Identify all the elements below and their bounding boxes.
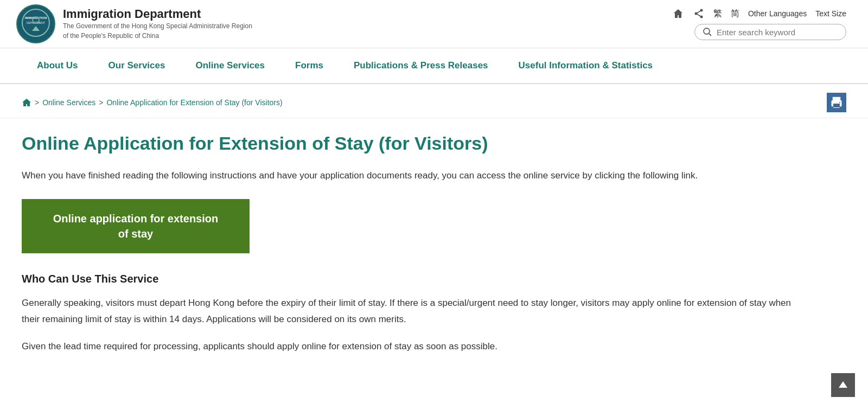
breadcrumb-home-icon[interactable] xyxy=(22,98,31,107)
svg-point-17 xyxy=(839,102,840,103)
nav-item-online-services[interactable]: Online Services xyxy=(180,48,280,83)
breadcrumb-online-services[interactable]: Online Services xyxy=(42,98,95,107)
section1-para2: Given the lead time required for process… xyxy=(22,338,808,355)
department-logo: IMMIGRATION DEPARTMENT xyxy=(16,4,55,43)
breadcrumb-bar: > Online Services > Online Application f… xyxy=(0,84,868,118)
logo-emblem: IMMIGRATION DEPARTMENT xyxy=(21,8,50,40)
breadcrumb: > Online Services > Online Application f… xyxy=(22,98,283,107)
main-content: Online Application for Extension of Stay… xyxy=(0,118,841,387)
nav-item-forms[interactable]: Forms xyxy=(280,48,339,83)
search-bar xyxy=(694,24,846,40)
logo-area: IMMIGRATION DEPARTMENT Immigration Depar… xyxy=(16,4,252,43)
svg-line-8 xyxy=(696,10,701,14)
search-icon xyxy=(703,27,712,37)
nav-link-online-services[interactable]: Online Services xyxy=(180,48,280,83)
nav-link-about-us[interactable]: About Us xyxy=(22,48,93,83)
page-title: Online Application for Extension of Stay… xyxy=(22,131,819,155)
top-links-bar: 繁 简 Other Languages Text Size xyxy=(672,8,846,20)
svg-marker-18 xyxy=(839,381,847,387)
header: IMMIGRATION DEPARTMENT Immigration Depar… xyxy=(0,0,868,48)
share-icon[interactable] xyxy=(693,8,705,20)
main-nav: About Us Our Services Online Services Fo… xyxy=(0,48,868,84)
dept-name: Immigration Department xyxy=(63,7,252,21)
svg-line-11 xyxy=(709,34,712,36)
nav-item-publications[interactable]: Publications & Press Releases xyxy=(339,48,503,83)
breadcrumb-sep1: > xyxy=(35,98,39,107)
search-input[interactable] xyxy=(717,28,838,37)
other-languages-link[interactable]: Other Languages xyxy=(748,9,807,18)
nav-item-our-services[interactable]: Our Services xyxy=(93,48,181,83)
govt-line2: of the People's Republic of China xyxy=(63,31,252,41)
section1-para1: Generally speaking, visitors must depart… xyxy=(22,295,808,328)
breadcrumb-sep2: > xyxy=(99,98,103,107)
home-icon[interactable] xyxy=(672,8,684,20)
simp-chinese-btn[interactable]: 简 xyxy=(731,8,739,20)
svg-rect-16 xyxy=(833,104,840,107)
svg-point-10 xyxy=(704,28,710,34)
nav-link-useful-info[interactable]: Useful Information & Statistics xyxy=(503,48,668,83)
svg-text:DEPARTMENT: DEPARTMENT xyxy=(27,21,45,24)
svg-line-9 xyxy=(696,14,701,17)
nav-link-publications[interactable]: Publications & Press Releases xyxy=(339,48,503,83)
nav-link-forms[interactable]: Forms xyxy=(280,48,339,83)
nav-link-our-services[interactable]: Our Services xyxy=(93,48,181,83)
trad-chinese-btn[interactable]: 繁 xyxy=(713,8,722,20)
breadcrumb-current: Online Application for Extension of Stay… xyxy=(106,98,282,107)
top-right-area: 繁 简 Other Languages Text Size xyxy=(672,8,846,40)
text-size-link[interactable]: Text Size xyxy=(815,9,846,18)
scroll-to-top-button[interactable] xyxy=(831,373,855,387)
govt-line1: The Government of the Hong Kong Special … xyxy=(63,21,252,31)
print-button[interactable] xyxy=(827,93,846,112)
nav-item-about-us[interactable]: About Us xyxy=(22,48,93,83)
apply-button[interactable]: Online application for extensionof stay xyxy=(22,199,250,253)
nav-item-useful-info[interactable]: Useful Information & Statistics xyxy=(503,48,668,83)
logo-text: Immigration Department The Government of… xyxy=(63,7,252,41)
section1-title: Who Can Use This Service xyxy=(22,273,819,285)
intro-paragraph: When you have finished reading the follo… xyxy=(22,168,808,184)
